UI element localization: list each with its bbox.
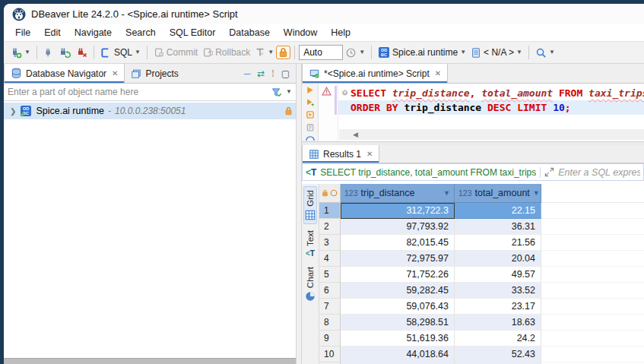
transaction-log-button[interactable]: ▼ [343,46,367,60]
grid-row-9[interactable]: 951,619.3624.2 [319,331,644,347]
cell-trip-distance[interactable]: 82,015.45 [341,235,455,251]
row-number[interactable]: 8 [319,315,341,331]
close-icon[interactable]: ✕ [435,69,441,78]
grid-row-1[interactable]: 1312,722.322.15 [319,203,644,219]
active-database-selector[interactable]: < N/A > ▼ [468,46,525,60]
expand-chevron-icon[interactable]: ❯ [10,107,16,116]
grid-corner-cell[interactable] [319,184,341,203]
menu-sql-editor[interactable]: SQL Editor [163,25,223,40]
cell-trip-distance[interactable]: 44,018.64 [341,347,455,362]
grid-row-10[interactable]: 1044,018.6452.43 [319,347,644,362]
cell-trip-distance[interactable]: 72,975.97 [341,251,455,267]
cell-trip-distance[interactable]: 59,076.43 [341,299,455,315]
menu-help[interactable]: Help [324,25,357,40]
sort-dropdown-icon[interactable]: ▼ [533,189,540,197]
cell-trip-distance[interactable]: 58,298.51 [341,315,455,331]
explain-plan-button[interactable] [305,123,316,132]
cell-total-amount[interactable]: 52.43 [455,347,541,362]
cell-trip-distance[interactable]: 51,619.36 [341,331,455,347]
autocommit-lock-toggle[interactable] [276,46,290,59]
cell-total-amount[interactable]: 20.04 [455,251,541,267]
disconnect-button[interactable] [73,45,90,60]
cell-total-amount[interactable]: 21.56 [455,235,541,251]
transaction-mode-button[interactable]: ▼ [252,46,276,59]
close-icon[interactable]: ✕ [112,69,118,78]
rollback-button[interactable]: Rollback [200,46,252,59]
grid-row-7[interactable]: 759,076.4323.17 [319,299,644,315]
menu-navigate[interactable]: Navigate [68,25,119,40]
search-button[interactable]: ▼ [533,46,557,60]
sort-dropdown-icon[interactable]: ▼ [443,189,450,197]
grid-row-4[interactable]: 472,975.9720.04 [319,251,644,267]
cell-total-amount[interactable]: 36.31 [455,219,541,235]
execute-script-button[interactable] [305,110,316,119]
cell-total-amount[interactable]: 33.52 [455,283,541,299]
menu-file[interactable]: File [8,25,37,40]
more-actions-icon[interactable] [305,136,316,141]
execute-new-tab-button[interactable] [305,98,316,106]
tab-results-1[interactable]: Results 1 ✕ [302,145,379,163]
cell-trip-distance[interactable]: 59,282.45 [341,283,455,299]
tab-sql-script[interactable]: *<Spice.ai runtime> Script ✕ [302,64,448,83]
row-number[interactable]: 5 [319,267,341,283]
cell-trip-distance[interactable]: 312,722.3 [341,203,455,219]
tab-database-navigator[interactable]: Database Navigator ✕ [4,64,125,83]
menu-edit[interactable]: Edit [37,25,68,40]
code-line-1[interactable]: ⊖SELECT trip_distance, total_amount FROM… [338,86,644,100]
view-menu-icon[interactable]: ⁞ [271,69,274,78]
row-number[interactable]: 10 [319,347,341,362]
menu-window[interactable]: Window [277,25,324,40]
row-number[interactable]: 7 [319,299,341,315]
object-filter-input[interactable] [8,87,271,97]
scroll-left-arrow-icon[interactable]: ◀ [353,131,358,138]
grid-row-2[interactable]: 297,793.9236.31 [319,219,644,235]
chevron-down-icon[interactable]: ▼ [286,89,292,95]
active-connection-selector[interactable]: OD BC Spice.ai runtime ▼ [376,45,468,60]
panel-splitter[interactable] [296,64,302,364]
expand-filter-icon[interactable] [544,167,554,177]
cell-total-amount[interactable]: 49.57 [455,267,541,283]
link-editor-icon[interactable]: ⇄ [257,69,265,78]
cell-total-amount[interactable]: 23.17 [455,299,541,315]
commit-mode-combo[interactable]: Auto [299,45,343,60]
tab-grid[interactable]: Grid [303,186,317,224]
cell-total-amount[interactable]: 18.63 [455,315,541,331]
connect-button[interactable] [41,46,56,59]
row-number[interactable]: 9 [319,331,341,347]
grid-row-6[interactable]: 659,282.4533.52 [319,283,644,299]
connection-tree-item[interactable]: ❯ OD BC Spice.ai runtime - 10.0.0.238:50… [4,103,296,119]
editor-horizontal-scrollbar[interactable]: ◀ [339,129,644,140]
grid-row-8[interactable]: 858,298.5118.63 [319,315,644,331]
minimize-view-icon[interactable]: ─ [244,69,251,78]
code-line-2[interactable]: ORDER BY trip_distance DESC LIMIT 10; [338,100,644,115]
row-number[interactable]: 6 [319,283,341,299]
commit-button[interactable]: Commit [151,46,200,59]
row-number[interactable]: 2 [319,219,341,235]
column-header-total-amount[interactable]: 123 total_amount ▼ [455,184,541,203]
column-header-trip-distance[interactable]: 123 trip_distance ▼ [341,184,455,203]
row-number[interactable]: 4 [319,251,341,267]
filter-expression-placeholder[interactable]: Enter a SQL expression to [558,167,640,178]
navigator-bottom-scrollbar[interactable] [4,358,296,364]
menu-database[interactable]: Database [222,25,277,40]
tab-projects[interactable]: Projects [125,64,184,83]
fold-collapse-icon[interactable]: ⊖ [339,86,351,100]
cell-trip-distance[interactable]: 71,752.26 [341,267,455,283]
menu-search[interactable]: Search [119,25,163,40]
open-sql-editor-button[interactable]: SQL ▼ [98,46,143,60]
cell-trip-distance[interactable]: 97,793.92 [341,219,455,235]
grid-row-3[interactable]: 382,015.4521.56 [319,235,644,251]
new-connection-button[interactable]: ▼ [8,45,33,60]
close-icon[interactable]: ✕ [366,150,373,158]
maximize-view-icon[interactable]: ▢ [281,69,290,78]
tab-text[interactable]: Text <T [305,227,316,261]
cell-total-amount[interactable]: 22.15 [455,203,541,219]
tab-chart[interactable]: Chart [304,264,316,305]
row-number[interactable]: 3 [319,235,341,251]
execute-statement-button[interactable] [305,86,315,94]
grid-row-5[interactable]: 571,752.2649.57 [319,267,644,283]
reconnect-button[interactable] [56,45,73,60]
cell-total-amount[interactable]: 24.2 [455,331,541,347]
row-number[interactable]: 1 [319,203,341,219]
filter-funnel-icon[interactable] [271,87,283,98]
